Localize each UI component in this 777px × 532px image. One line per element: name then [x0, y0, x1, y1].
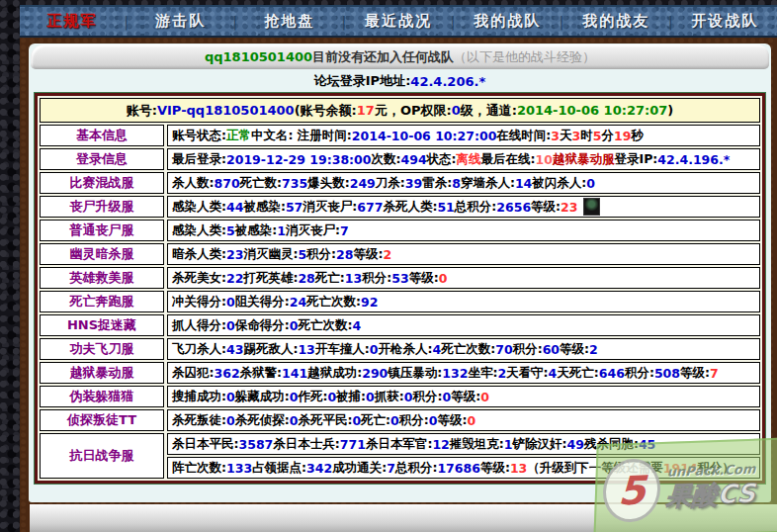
- text-segment: VIP-qq1810501400: [157, 103, 295, 118]
- text-segment: 0: [226, 390, 235, 404]
- stat-row-content: 感染人类: 5 被感染: 1 消灭丧尸: 7: [167, 220, 760, 241]
- text-segment: 穿墙杀人:: [461, 175, 515, 192]
- text-segment: 44: [226, 200, 243, 215]
- text-segment: 杀死平民:: [298, 412, 352, 429]
- text-segment: 被感染:: [235, 222, 278, 239]
- text-segment: 阻关得分:: [235, 294, 290, 310]
- text-segment: 抓获:: [375, 389, 404, 405]
- text-segment: 杀死美女:: [172, 270, 226, 287]
- nav-tab-3[interactable]: 抢地盘: [237, 12, 341, 31]
- text-segment: 越狱成功:: [307, 365, 362, 382]
- text-segment: 感染人类:: [172, 222, 226, 239]
- stats-table: 账号: VIP-qq1810501400(账号余额: 17元，OP权限: 0级，…: [35, 93, 765, 484]
- text-segment: 摧毁坦克:: [450, 436, 504, 453]
- text-segment: 0: [443, 390, 452, 404]
- text-segment: 雷杀:: [422, 175, 452, 192]
- text-segment: 4: [549, 366, 558, 381]
- text-segment: 870: [215, 176, 240, 191]
- text-segment: 积分:: [362, 270, 391, 287]
- text-segment: 消灭幽灵:: [243, 246, 298, 263]
- stat-row-label: 侦探叛徒TT: [40, 409, 164, 431]
- text-segment: 42.4.196.*: [657, 152, 730, 167]
- text-segment: 771: [340, 437, 366, 452]
- text-segment: 28: [336, 247, 353, 262]
- text-segment: 141: [282, 366, 307, 381]
- nav-tab-7[interactable]: 开设战队: [673, 12, 777, 31]
- text-segment: 被感染:: [243, 199, 286, 216]
- text-segment: 作死:: [298, 389, 327, 405]
- text-segment: 13: [298, 342, 314, 357]
- text-segment: 等级:: [480, 460, 510, 477]
- text-segment: 13: [510, 461, 527, 476]
- account-id: qq1810501400: [205, 49, 312, 64]
- text-segment: 0: [468, 413, 476, 428]
- text-segment: 494: [401, 152, 427, 167]
- text-segment: 坐牢:: [468, 365, 497, 382]
- text-segment: 消灭丧尸:: [286, 222, 340, 239]
- text-segment: 最后在线:: [481, 151, 536, 168]
- text-segment: 爆头数:: [307, 175, 350, 192]
- text-segment: 消灭丧尸:: [302, 199, 357, 216]
- text-segment: 0: [429, 413, 438, 428]
- text-segment: 中文名: 注册时间:: [251, 128, 352, 144]
- nav-tab-4[interactable]: 最近战况: [346, 12, 450, 31]
- hint-text: （以下是他的战斗经验）: [454, 48, 595, 66]
- text-segment: 0: [452, 103, 461, 118]
- nav-tab-2[interactable]: 游击队: [129, 12, 232, 31]
- text-segment: 杀死侦探:: [235, 412, 290, 429]
- text-segment: 感染人类:: [172, 199, 226, 216]
- text-segment: 2014-10-06 10:27:07: [517, 103, 667, 118]
- stat-row-values: 感染人类: 5 被感染: 1 消灭丧尸: 7: [167, 220, 760, 241]
- text-segment: 7: [340, 223, 349, 238]
- stat-row-content: 杀死叛徒: 0 杀死侦探: 0 杀死平民: 0 死亡: 0 积分: 0 等级: …: [167, 409, 760, 431]
- stat-row-label: 伪装躲猫猫: [40, 386, 164, 407]
- text-segment: 杀囚犯:: [172, 365, 215, 382]
- text-segment: 39: [405, 176, 422, 191]
- nav-tab-5[interactable]: 我的战队: [455, 12, 559, 31]
- nav-tab-1[interactable]: 正规军: [20, 12, 124, 31]
- stat-row: HNS捉迷藏抓人得分: 0 保命得分: 0 死亡次数: 4: [40, 314, 760, 336]
- stat-row: 比赛混战服杀人数: 870 死亡数: 735 爆头数: 249 刀杀: 39 雷…: [40, 172, 760, 194]
- text-segment: 总积分:: [395, 460, 438, 477]
- team-status-text: 目前没有还加入任何战队: [312, 48, 454, 66]
- text-segment: 积分:: [399, 412, 429, 429]
- text-segment: 踢死敌人:: [243, 341, 298, 358]
- stat-row-values: 杀死美女: 22 打死英雄: 28 死亡: 13 积分: 53 等级: 0: [167, 267, 760, 289]
- stat-row-content: 杀死美女: 22 打死英雄: 28 死亡: 13 积分: 53 等级: 0: [167, 267, 760, 289]
- text-segment: 0: [480, 390, 489, 404]
- stat-row: 登录信息最后登录: 2019-12-29 19:38:00 次数: 494 状态…: [40, 148, 760, 170]
- text-segment: 7: [387, 461, 395, 476]
- stat-row: 死亡奔跑服冲关得分: 0 阻关得分: 24 死亡次数: 92: [40, 291, 760, 312]
- text-segment: 刀杀:: [376, 175, 405, 192]
- text-segment: 死亡数:: [240, 175, 283, 192]
- text-segment: 0: [226, 413, 235, 428]
- text-segment: 时: [580, 128, 593, 144]
- text-segment: 杀狱警:: [240, 365, 283, 382]
- content-panel: qq1810501400目前没有还加入任何战队（以下是他的战斗经验） 论坛登录I…: [29, 44, 771, 502]
- text-segment: 4: [352, 318, 361, 333]
- text-segment: 次数:: [372, 151, 401, 168]
- text-segment: 铲除汉奸:: [513, 436, 567, 453]
- text-segment: 杀日本士兵:: [273, 436, 340, 453]
- text-segment: 最后登录:: [172, 151, 226, 168]
- text-segment: 占领据点:: [252, 460, 306, 477]
- text-segment: 死亡:: [569, 365, 599, 382]
- text-segment: 3: [551, 129, 560, 143]
- stat-row-label: 比赛混战服: [40, 172, 164, 194]
- text-segment: 133: [226, 461, 252, 476]
- stat-row-content: 杀人数: 870 死亡数: 735 爆头数: 249 刀杀: 39 雷杀: 8 …: [167, 172, 760, 194]
- text-segment: 70: [495, 342, 512, 357]
- text-segment: 1: [504, 437, 513, 452]
- ip-label: 论坛登录IP地址:: [314, 72, 411, 90]
- forum-ip-line: 论坛登录IP地址: 42.4.206.*: [29, 69, 771, 93]
- text-segment: 离线: [457, 151, 481, 168]
- text-segment: 看守:: [519, 365, 549, 382]
- text-segment: 3587: [239, 437, 274, 452]
- text-segment: 0: [226, 318, 235, 333]
- text-segment: 登录IP:: [615, 151, 658, 168]
- text-segment: 0: [327, 390, 336, 404]
- stat-row-label: 登录信息: [40, 148, 164, 170]
- nav-tab-6[interactable]: 我的战友: [564, 12, 668, 31]
- text-segment: 搜捕成功:: [172, 389, 226, 405]
- text-segment: 0: [352, 413, 361, 428]
